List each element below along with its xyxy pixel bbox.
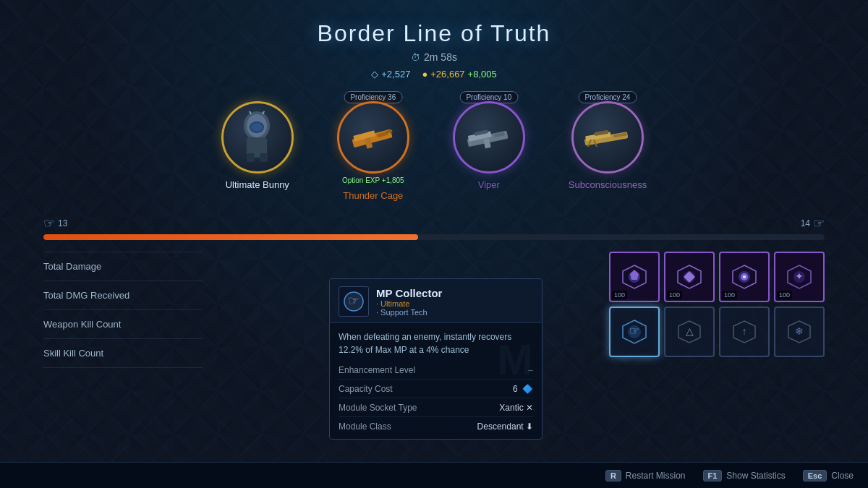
timer-display: ⏱ 2m 58s bbox=[0, 51, 868, 63]
capacity-value: 6 🔷 bbox=[513, 384, 533, 394]
module-icon-2 bbox=[675, 262, 704, 291]
tooltip-stats: Enhancement Level – Capacity Cost 6 🔷 Mo… bbox=[339, 365, 533, 432]
character-thundercage: Proficiency 36 Option EXP +1,805 Thun bbox=[337, 101, 409, 201]
close-action[interactable]: Esc Close bbox=[803, 470, 854, 481]
rewards-row: +2,527 +26,667 +8,005 bbox=[0, 69, 868, 80]
bottom-bar: R Restart Mission F1 Show Statistics Esc… bbox=[0, 462, 868, 488]
progress-fill bbox=[43, 234, 418, 240]
restart-key: R bbox=[605, 470, 621, 481]
sub-weapon bbox=[582, 125, 633, 150]
bunny-figure bbox=[234, 111, 281, 163]
enhancement-label: Enhancement Level bbox=[339, 365, 415, 375]
module-slot-2[interactable]: 100 bbox=[664, 252, 715, 302]
tooltip-stat-capacity: Capacity Cost 6 🔷 bbox=[339, 384, 533, 398]
capacity-label: Capacity Cost bbox=[339, 384, 393, 394]
viper-weapon bbox=[464, 125, 514, 150]
progress-left-val: 13 bbox=[58, 218, 67, 228]
module-level-2: 100 bbox=[667, 291, 682, 299]
module-slot-7[interactable]: ↑ bbox=[719, 307, 770, 357]
svg-text:☞: ☞ bbox=[348, 294, 359, 308]
bunny-circle: 40 bbox=[221, 101, 294, 174]
svg-text:✦: ✦ bbox=[795, 270, 804, 282]
gold-reward: +26,667 +8,005 bbox=[422, 69, 496, 80]
class-label: Module Class bbox=[339, 421, 391, 432]
tooltip-body: When defeating an enemy, instantly recov… bbox=[330, 323, 542, 439]
character-subconsciousness: Proficiency 24 Subconsciousnes bbox=[569, 101, 647, 190]
module-icon-mp-collector: ☞ bbox=[621, 318, 648, 346]
restart-action[interactable]: R Restart Mission bbox=[605, 470, 686, 481]
thundercage-weapon bbox=[349, 125, 398, 150]
tooltip-stat-class: Module Class Descendant ⬇ bbox=[339, 421, 533, 432]
module-icon-4: ✦ bbox=[785, 262, 814, 291]
restart-label: Restart Mission bbox=[626, 471, 686, 481]
timer-icon: ⏱ bbox=[411, 52, 420, 63]
svg-marker-27 bbox=[630, 270, 639, 280]
close-label: Close bbox=[831, 471, 854, 481]
module-icon-8: ❄ bbox=[786, 319, 812, 345]
svg-point-3 bbox=[251, 123, 263, 132]
progress-section: ☞ 13 14 ☞ bbox=[43, 215, 825, 240]
stats-label: Show Statistics bbox=[726, 471, 785, 481]
svg-text:☞: ☞ bbox=[629, 325, 639, 337]
tooltip-header: ☞ MP Collector · Ultimate · Support Tech… bbox=[330, 279, 542, 323]
bunny-level: 40 bbox=[280, 101, 294, 109]
module-level-1: 100 bbox=[612, 291, 627, 299]
character-bunny: 40 Ultimate Bunny bbox=[221, 101, 294, 190]
svg-rect-6 bbox=[260, 153, 268, 162]
viper-circle bbox=[453, 101, 525, 174]
tooltip-module-icon: ☞ bbox=[342, 290, 365, 313]
svg-rect-5 bbox=[247, 153, 255, 162]
tooltip-popup: ☞ MP Collector · Ultimate · Support Tech… bbox=[329, 278, 542, 440]
tooltip-stat-socket: Module Socket Type Xantic ✕ bbox=[339, 403, 533, 417]
crystal-value: +2,527 bbox=[381, 69, 410, 80]
module-level-3: 100 bbox=[722, 291, 737, 299]
mission-title: Border Line of Truth bbox=[0, 20, 868, 47]
stats-key: F1 bbox=[703, 470, 723, 481]
tooltip-type: · Ultimate bbox=[376, 299, 442, 308]
coin-icon bbox=[422, 69, 427, 80]
module-icon-1 bbox=[620, 262, 649, 291]
stat-total-damage: Total Damage bbox=[43, 252, 203, 281]
socket-label: Module Socket Type bbox=[339, 403, 417, 413]
progress-icons: ☞ 13 14 ☞ bbox=[43, 215, 825, 231]
module-icon-6: △ bbox=[676, 319, 702, 345]
stats-labels: Total Damage Total DMG Received Weapon K… bbox=[43, 252, 203, 368]
crystal-icon bbox=[371, 69, 378, 80]
module-icon-3 bbox=[730, 262, 759, 291]
header: Border Line of Truth ⏱ 2m 58s +2,527 +26… bbox=[0, 0, 868, 80]
module-slot-6[interactable]: △ bbox=[664, 307, 715, 357]
module-slot-3[interactable]: 100 bbox=[719, 252, 770, 302]
characters-row: 40 Ultimate Bunny bbox=[0, 101, 868, 201]
socket-value: Xantic ✕ bbox=[499, 403, 533, 413]
svg-text:△: △ bbox=[686, 325, 694, 337]
svg-point-34 bbox=[743, 275, 746, 278]
gold-bonus: +8,005 bbox=[468, 69, 497, 80]
sub-name: Subconsciousness bbox=[569, 179, 647, 190]
stats-action[interactable]: F1 Show Statistics bbox=[703, 470, 786, 481]
enhancement-value: – bbox=[528, 365, 533, 375]
tooltip-description: When defeating an enemy, instantly recov… bbox=[339, 330, 533, 356]
stat-weapon-kills: Weapon Kill Count bbox=[43, 310, 203, 339]
progress-right-val: 14 bbox=[801, 218, 810, 228]
thundercage-exp: Option EXP +1,805 bbox=[342, 176, 404, 184]
progress-bar bbox=[43, 234, 825, 240]
thundercage-name: Thunder Cage bbox=[343, 190, 403, 201]
module-icon-7: ↑ bbox=[731, 319, 757, 345]
stat-skill-kills: Skill Kill Count bbox=[43, 339, 203, 368]
tooltip-icon-box: ☞ bbox=[339, 286, 369, 317]
tooltip-title: MP Collector bbox=[376, 287, 442, 299]
module-slot-1[interactable]: 100 bbox=[609, 252, 660, 302]
viper-name: Viper bbox=[478, 179, 500, 190]
progress-left-icon: ☞ bbox=[43, 215, 55, 231]
gold-value: +26,667 bbox=[430, 69, 464, 80]
tooltip-subtype: · Support Tech bbox=[376, 308, 442, 317]
module-slot-4[interactable]: ✦ 100 bbox=[774, 252, 825, 302]
tooltip-stat-enhancement: Enhancement Level – bbox=[339, 365, 533, 380]
close-key: Esc bbox=[803, 470, 827, 481]
module-slot-5[interactable]: ☞ bbox=[609, 307, 660, 357]
tooltip-text-block: MP Collector · Ultimate · Support Tech bbox=[376, 287, 442, 317]
svg-text:↑: ↑ bbox=[742, 325, 747, 337]
svg-text:❄: ❄ bbox=[795, 325, 804, 337]
module-slot-8[interactable]: ❄ bbox=[774, 307, 825, 357]
character-viper: Proficiency 10 Viper bbox=[453, 101, 525, 190]
